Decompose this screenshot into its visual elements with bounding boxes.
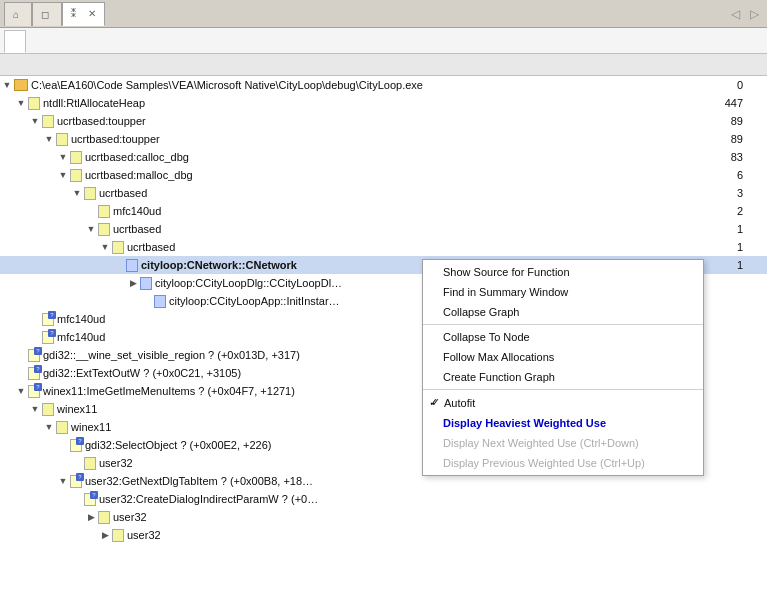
nav-right[interactable]: ▷ xyxy=(746,5,763,23)
expand-button[interactable]: ▼ xyxy=(14,384,28,398)
tree-count: 3 xyxy=(667,184,747,202)
tree-row[interactable]: ▶user32 xyxy=(0,508,767,526)
tree-cell-name: mfc140ud xyxy=(0,202,667,220)
tree-row[interactable]: ▶user32 xyxy=(0,526,767,544)
node-icon xyxy=(140,277,152,290)
menu-item-autofit[interactable]: ✓Autofit xyxy=(423,392,703,413)
tree-cell-name: ▶user32 xyxy=(0,526,667,544)
menu-item-collapse-graph[interactable]: Collapse Graph xyxy=(423,302,703,322)
node-icon: ? xyxy=(28,367,40,380)
node-icon: ? xyxy=(42,331,54,344)
expand-button[interactable]: ▼ xyxy=(84,222,98,236)
expand-button[interactable]: ▼ xyxy=(14,96,28,110)
tree-label: gdi32:SelectObject ? (+0x00E2, +226) xyxy=(85,436,272,454)
expand-button[interactable]: ▼ xyxy=(98,240,112,254)
expand-button[interactable]: ▶ xyxy=(84,510,98,524)
tree-label: winex11:ImeGetImeMenuItems ? (+0x04F7, +… xyxy=(43,382,295,400)
context-menu: Show Source for FunctionFind in Summary … xyxy=(422,259,704,476)
menu-item-label: Find in Summary Window xyxy=(443,286,568,298)
tree-row[interactable]: ▼ucrtbased:calloc_dbg83 xyxy=(0,148,767,166)
node-icon xyxy=(84,457,96,470)
tree-row[interactable]: ▼ucrtbased:malloc_dbg6 xyxy=(0,166,767,184)
tree-count: 89 xyxy=(667,112,747,130)
expand-button[interactable]: ▼ xyxy=(56,168,70,182)
tree-cell-name: ▼ntdll:RtlAllocateHeap xyxy=(0,94,667,112)
tree-cell-name: ▼ucrtbased xyxy=(0,220,667,238)
node-icon xyxy=(56,421,68,434)
tree-row[interactable]: ?user32:CreateDialogIndirectParamW ? (+0… xyxy=(0,490,767,508)
expand-button[interactable]: ▼ xyxy=(0,78,14,92)
node-icon: ? xyxy=(84,493,96,506)
node-icon xyxy=(112,241,124,254)
tree-label: ucrtbased xyxy=(99,184,147,202)
menu-item-display-heaviest[interactable]: Display Heaviest Weighted Use xyxy=(423,413,703,433)
expand-button[interactable]: ▼ xyxy=(28,402,42,416)
tree-count: 0 xyxy=(667,76,747,94)
menu-item-label: Follow Max Allocations xyxy=(443,351,554,363)
menu-separator xyxy=(423,324,703,325)
tree-cell-name: ▼ucrtbased xyxy=(0,184,667,202)
menu-item-create-graph[interactable]: Create Function Graph xyxy=(423,367,703,387)
tree-cell-name: ▼ucrtbased:malloc_dbg xyxy=(0,166,667,184)
tree-count: 2 xyxy=(667,202,747,220)
menu-item-find-summary[interactable]: Find in Summary Window xyxy=(423,282,703,302)
expand-button xyxy=(28,312,42,326)
tree-count: 1 xyxy=(667,220,747,238)
expand-button xyxy=(140,294,154,308)
start-page-icon: ⌂ xyxy=(13,9,19,20)
tree-label: gdi32::__wine_set_visible_region ? (+0x0… xyxy=(43,346,300,364)
tree-row[interactable]: ▼ucrtbased1 xyxy=(0,220,767,238)
tree-label: ntdll:RtlAllocateHeap xyxy=(43,94,145,112)
expand-button xyxy=(84,204,98,218)
tree-cell-name: ▼ucrtbased:toupper xyxy=(0,130,667,148)
cityloop-icon: ◻ xyxy=(41,9,49,20)
tree-row[interactable]: ▼ucrtbased:toupper89 xyxy=(0,112,767,130)
expand-button[interactable]: ▼ xyxy=(70,186,84,200)
node-icon: ? xyxy=(28,349,40,362)
node-icon xyxy=(70,169,82,182)
tree-row[interactable]: ▼ucrtbased3 xyxy=(0,184,767,202)
tree-row[interactable]: ▼ucrtbased1 xyxy=(0,238,767,256)
sub-tab-memory-leaks[interactable] xyxy=(4,30,26,53)
nav-left[interactable]: ◁ xyxy=(727,5,744,23)
sub-tabs xyxy=(0,28,767,54)
node-icon xyxy=(42,403,54,416)
tree-row[interactable]: ▼C:\ea\EA160\Code Samples\VEA\Microsoft … xyxy=(0,76,767,94)
expand-button[interactable]: ▶ xyxy=(98,528,112,542)
menu-item-label: Display Previous Weighted Use (Ctrl+Up) xyxy=(443,457,645,469)
tab-leaks[interactable]: ⁑ ✕ xyxy=(62,2,105,26)
expand-button[interactable]: ▶ xyxy=(126,276,140,290)
menu-item-follow-max[interactable]: Follow Max Allocations xyxy=(423,347,703,367)
tree-row[interactable]: mfc140ud2 xyxy=(0,202,767,220)
expand-button[interactable]: ▼ xyxy=(56,150,70,164)
main-content: ▼C:\ea\EA160\Code Samples\VEA\Microsoft … xyxy=(0,54,767,598)
tree-row[interactable]: ▼ntdll:RtlAllocateHeap447 xyxy=(0,94,767,112)
node-icon xyxy=(98,223,110,236)
tree-label: user32:GetNextDlgTabItem ? (+0x00B8, +18… xyxy=(85,472,313,490)
tree-count: 89 xyxy=(667,130,747,148)
tree-cell-name: ▼ucrtbased:toupper xyxy=(0,112,667,130)
tree-label: user32 xyxy=(113,508,147,526)
checkmark-icon: ✓ xyxy=(431,396,440,409)
expand-button xyxy=(14,348,28,362)
tree-count: 6 xyxy=(667,166,747,184)
tab-leaks-close[interactable]: ✕ xyxy=(88,8,96,19)
expand-button[interactable]: ▼ xyxy=(28,114,42,128)
expand-button[interactable]: ▼ xyxy=(56,474,70,488)
expand-button[interactable]: ▼ xyxy=(42,420,56,434)
tree-cell-name: ▼ucrtbased:calloc_dbg xyxy=(0,148,667,166)
node-icon xyxy=(154,295,166,308)
sub-tab-summary-report[interactable] xyxy=(26,30,48,53)
expand-button xyxy=(28,330,42,344)
tree-count: 447 xyxy=(667,94,747,112)
tab-cityloop[interactable]: ◻ xyxy=(32,2,62,26)
menu-separator xyxy=(423,389,703,390)
menu-item-show-source[interactable]: Show Source for Function xyxy=(423,262,703,282)
tree-label: winex11 xyxy=(57,400,97,418)
tree-label: C:\ea\EA160\Code Samples\VEA\Microsoft N… xyxy=(31,76,423,94)
tree-row[interactable]: ▼ucrtbased:toupper89 xyxy=(0,130,767,148)
menu-item-collapse-node[interactable]: Collapse To Node xyxy=(423,327,703,347)
expand-button[interactable]: ▼ xyxy=(42,132,56,146)
tab-start-page[interactable]: ⌂ xyxy=(4,2,32,26)
node-icon xyxy=(14,79,28,91)
